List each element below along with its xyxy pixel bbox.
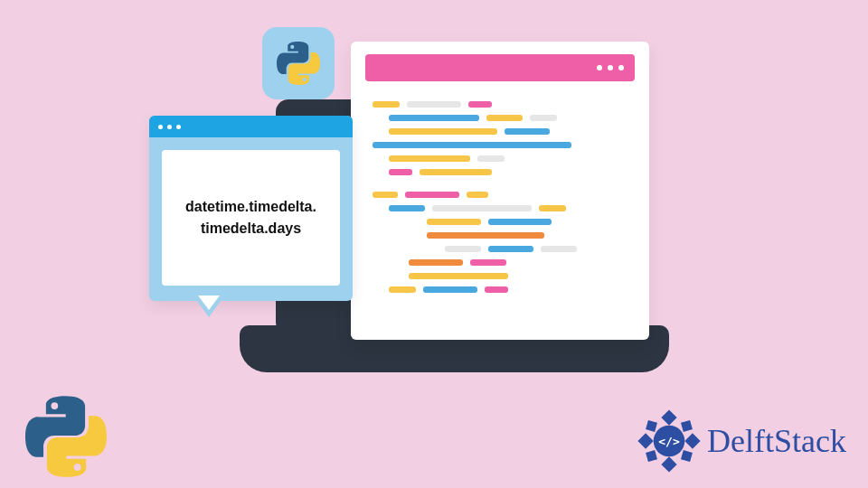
- svg-marker-5: [681, 420, 693, 432]
- tooltip-line1: datetime.timedelta.: [185, 196, 316, 218]
- svg-marker-0: [661, 409, 676, 425]
- editor-title-bar: [365, 54, 635, 81]
- svg-marker-4: [646, 420, 657, 432]
- python-icon: [277, 42, 320, 85]
- svg-marker-3: [684, 433, 700, 448]
- brand-name: DelftStack: [707, 422, 846, 460]
- svg-marker-6: [646, 450, 657, 462]
- svg-text:</>: </>: [658, 435, 680, 448]
- window-dots-icon: [597, 65, 624, 70]
- svg-marker-1: [661, 456, 676, 472]
- tooltip-tail-inner: [198, 296, 220, 310]
- tooltip-card: datetime.timedelta. timedelta.days: [149, 116, 353, 301]
- code-editor-window: [351, 42, 649, 340]
- tooltip-content: datetime.timedelta. timedelta.days: [162, 150, 340, 286]
- svg-marker-2: [637, 433, 653, 448]
- python-badge: [262, 27, 335, 99]
- tooltip-line2: timedelta.days: [185, 218, 316, 239]
- tooltip-title-bar: [149, 116, 353, 137]
- python-icon: [25, 396, 107, 477]
- code-area: [351, 90, 649, 309]
- brand-logo: </> DelftStack: [637, 408, 846, 474]
- svg-marker-7: [681, 450, 693, 462]
- python-corner-logo: [25, 396, 107, 477]
- delftstack-icon: </>: [637, 408, 702, 474]
